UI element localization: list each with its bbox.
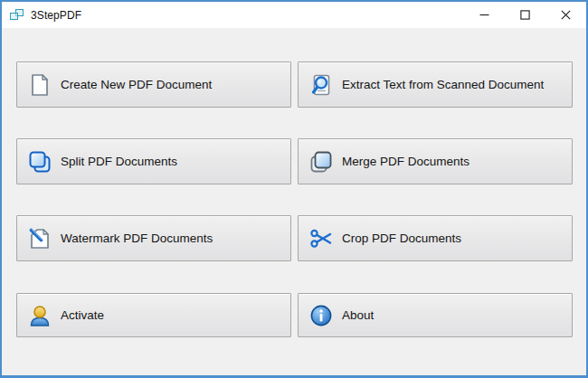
info-icon <box>308 303 334 328</box>
button-label: Watermark PDF Documents <box>61 232 213 245</box>
new-document-icon <box>27 72 52 98</box>
app-icon <box>10 9 24 22</box>
split-documents-icon <box>27 149 52 175</box>
activate-button[interactable]: Activate <box>16 293 291 337</box>
button-label: Create New PDF Document <box>61 78 212 91</box>
merge-documents-icon <box>308 149 334 175</box>
split-pdf-button[interactable]: Split PDF Documents <box>16 138 291 184</box>
app-window: 3StepPDF <box>0 0 588 378</box>
titlebar: 3StepPDF <box>2 2 586 28</box>
close-icon <box>561 10 571 20</box>
minimize-icon <box>479 10 489 20</box>
watermark-pen-icon <box>27 226 52 251</box>
window-title: 3StepPDF <box>31 9 81 22</box>
window-controls <box>464 2 586 28</box>
maximize-button[interactable] <box>505 2 545 28</box>
button-label: Split PDF Documents <box>61 155 177 168</box>
user-icon <box>27 303 52 328</box>
button-label: Merge PDF Documents <box>342 155 469 168</box>
crop-pdf-button[interactable]: Crop PDF Documents <box>298 215 573 261</box>
close-button[interactable] <box>545 2 586 28</box>
watermark-pdf-button[interactable]: Watermark PDF Documents <box>16 215 291 261</box>
crop-scissors-icon <box>308 226 334 251</box>
extract-text-button[interactable]: Extract Text from Scanned Document <box>298 61 573 108</box>
button-label: About <box>342 308 374 322</box>
maximize-icon <box>520 10 530 20</box>
button-label: Extract Text from Scanned Document <box>342 78 544 91</box>
minimize-button[interactable] <box>464 2 505 28</box>
button-label: Crop PDF Documents <box>342 232 461 245</box>
create-new-pdf-button[interactable]: Create New PDF Document <box>16 61 291 108</box>
extract-text-icon <box>308 72 334 98</box>
button-label: Activate <box>61 308 104 322</box>
merge-pdf-button[interactable]: Merge PDF Documents <box>298 138 573 184</box>
about-button[interactable]: About <box>298 293 573 337</box>
